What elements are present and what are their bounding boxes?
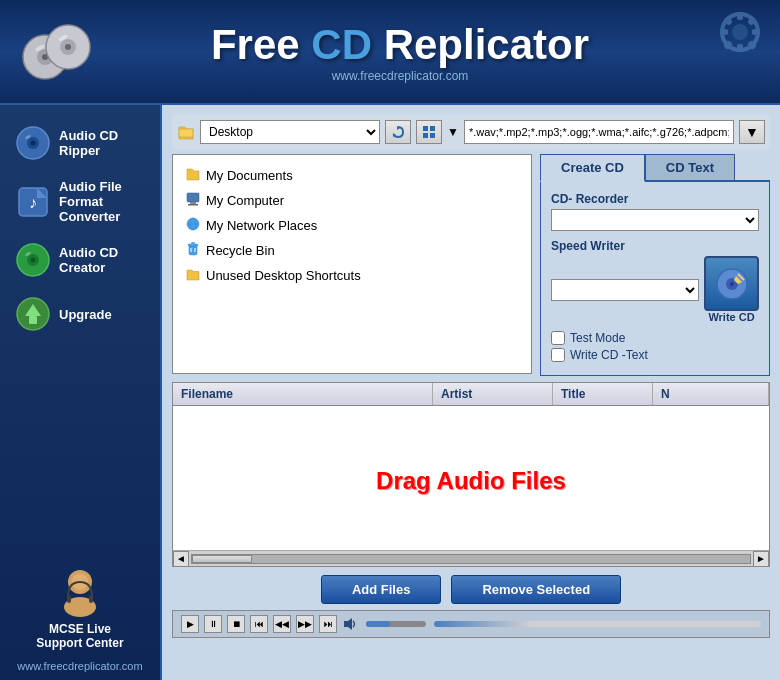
speed-writer-select[interactable] [551,279,699,301]
grid-icon [422,125,436,139]
upgrade-icon [15,296,51,332]
filter-dropdown-button[interactable]: ▼ [739,120,765,144]
pause-button[interactable]: ⏸ [204,615,222,633]
col-filename: Filename [173,383,433,405]
svg-rect-56 [188,244,198,246]
stop-button[interactable]: ⏹ [227,615,245,633]
sidebar-item-upgrade[interactable]: Upgrade [5,288,155,340]
svg-rect-52 [188,204,198,206]
sidebar-item-audio-cd-creator[interactable]: Audio CD Creator [5,234,155,286]
volume-slider[interactable] [366,621,426,627]
filter-input[interactable] [464,120,734,144]
col-artist: Artist [433,383,553,405]
file-tree: My Documents My Computer [172,154,532,374]
tab-cd-text[interactable]: CD Text [645,154,735,180]
test-mode-checkbox[interactable] [551,331,565,345]
gear-decoration-icon [680,12,760,92]
tree-item-my-computer[interactable]: My Computer [181,188,523,213]
col-n: N [653,383,769,405]
support-center-icon [55,567,105,617]
svg-rect-57 [191,242,195,244]
test-mode-label: Test Mode [570,331,625,345]
progress-slider[interactable] [434,621,761,627]
tree-item-my-network-places[interactable]: My Network Places [181,213,523,238]
write-cd-text-checkbox[interactable] [551,348,565,362]
svg-rect-11 [737,44,743,52]
svg-rect-50 [187,193,199,202]
support-center-area: MCSE Live Support Center [0,567,160,650]
address-select[interactable]: Desktop [200,120,380,144]
refresh-icon [391,125,405,139]
speed-writer-label: Speed Writer [551,239,759,253]
right-panel: Create CD CD Text CD- Recorder Speed Wri… [540,154,770,374]
sidebar-item-audio-cd-ripper[interactable]: Audio CD Ripper [5,117,155,169]
bottom-action-bar: Add Files Remove Selected [172,575,770,604]
sidebar-label-audio-cd-creator: Audio CD Creator [59,245,118,275]
svg-point-60 [730,282,734,286]
address-bar: Desktop ▼ ▼ [172,115,770,149]
sidebar-item-audio-file-format-converter[interactable]: ♪ Audio File Format Converter [5,171,155,232]
svg-rect-12 [720,29,728,35]
scroll-left-arrow[interactable]: ◄ [173,551,189,567]
svg-text:♪: ♪ [29,194,37,211]
tree-label-my-documents: My Documents [206,168,293,183]
write-cd-text-label: Write CD -Text [570,348,648,362]
sidebar: Audio CD Ripper ♪ Audio File Format Conv… [0,105,162,680]
table-header: Filename Artist Title N [173,383,769,406]
sidebar-label-audio-cd-ripper: Audio CD Ripper [59,128,118,158]
documents-folder-icon [185,166,201,182]
tree-item-my-documents[interactable]: My Documents [181,163,523,188]
audio-file-format-converter-icon: ♪ [15,184,51,220]
svg-rect-49 [430,133,435,138]
folder-icon [177,123,195,141]
trash-icon [185,241,201,257]
content-area: My Documents My Computer [172,154,770,374]
desktop-shortcuts-icon [185,266,201,285]
network-icon [185,216,201,232]
remove-selected-button[interactable]: Remove Selected [451,575,621,604]
add-files-button[interactable]: Add Files [321,575,442,604]
audio-cd-ripper-icon [15,125,51,161]
dropdown-arrow: ▼ [447,125,459,139]
svg-rect-13 [752,29,760,35]
write-cd-label: Write CD [704,311,759,323]
play-button[interactable]: ▶ [181,615,199,633]
svg-point-9 [732,24,748,40]
write-cd-button-icon [714,266,750,302]
volume-icon [342,616,358,632]
app-title: Free CD Replicator [120,21,680,69]
svg-point-5 [65,44,71,50]
main-content: Desktop ▼ ▼ [162,105,780,680]
tab-create-cd[interactable]: Create CD [540,154,645,182]
fast-forward-button[interactable]: ▶▶ [296,615,314,633]
scroll-right-arrow[interactable]: ► [753,551,769,567]
table-scrollbar: ◄ ► [173,550,769,566]
rewind-button[interactable]: ◀◀ [273,615,291,633]
scroll-thumb[interactable] [192,555,252,563]
tab-content-create-cd: CD- Recorder Speed Writer [540,182,770,376]
col-title: Title [553,383,653,405]
cd-recorder-select[interactable] [551,209,759,231]
prev-track-button[interactable]: ⏮ [250,615,268,633]
audio-cd-creator-icon [15,242,51,278]
next-track-button[interactable]: ⏭ [319,615,337,633]
tree-item-unused-desktop-shortcuts[interactable]: Unused Desktop Shortcuts [181,263,523,288]
footer-url: www.freecdreplicator.com [0,660,160,672]
svg-point-34 [31,258,36,263]
tree-item-recycle-bin[interactable]: Recycle Bin [181,238,523,263]
my-computer-icon [185,191,201,210]
sidebar-label-converter: Audio File Format Converter [59,179,122,224]
network-places-icon [185,216,201,235]
grid-view-button[interactable] [416,120,442,144]
scroll-track[interactable] [191,554,751,564]
refresh-button[interactable] [385,120,411,144]
svg-rect-46 [423,126,428,131]
recycle-bin-icon [185,241,201,260]
write-cd-button[interactable] [704,256,759,311]
svg-rect-48 [423,133,428,138]
support-center-label: MCSE Live Support Center [36,622,123,650]
logo-area [20,12,100,92]
tree-label-my-network-places: My Network Places [206,218,317,233]
logo-cd-icon [20,12,100,92]
app-header: Free CD Replicator www.freecdreplicator.… [0,0,780,105]
